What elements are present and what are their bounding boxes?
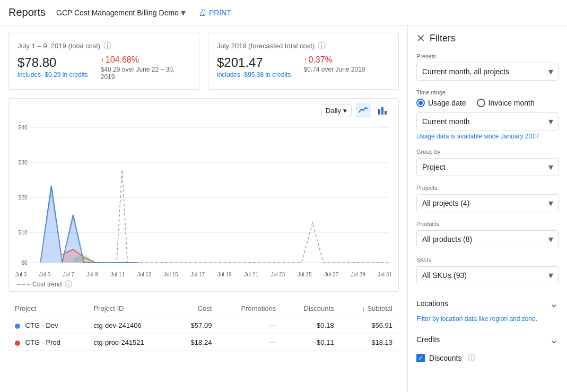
filter-presets: Presets Current month, all projects ▾ [416, 53, 559, 81]
svg-rect-2 [385, 111, 387, 115]
project-name: GCP Cost Management Billing Demo [56, 8, 179, 17]
time-range-radio-group: Usage date Invoice month [416, 99, 559, 107]
presets-wrapper: Current month, all projects ▾ [416, 63, 559, 81]
line-chart-button[interactable] [356, 103, 371, 118]
print-icon: 🖨 [198, 8, 207, 18]
daily-selector[interactable]: Daily ▾ [321, 104, 352, 117]
card2-change: ↑ 0.37% [303, 55, 365, 65]
svg-text:$20: $20 [19, 195, 28, 201]
project-dot-icon [15, 324, 20, 329]
radio-usage-date-circle [416, 99, 425, 107]
cell-project: CTG - Dev [8, 317, 87, 334]
locations-header[interactable]: Locations ⌄ [416, 293, 559, 314]
locations-hint: Filter by location data like region and … [416, 315, 559, 323]
presets-select[interactable]: Current month, all projects [416, 63, 559, 81]
credits-header[interactable]: Credits ⌄ [416, 329, 559, 350]
discounts-help-icon[interactable]: ⓘ [468, 353, 475, 363]
page-title: Reports [8, 6, 46, 19]
projects-wrapper: All projects (4) ▾ [416, 194, 559, 212]
col-discounts: Discounts [282, 300, 340, 317]
legend-label: Cost trend [32, 281, 62, 288]
filters-panel: ✕ Filters Presets Current month, all pro… [408, 25, 567, 392]
cell-promotions: — [218, 334, 282, 351]
card1-sub: includes -$0.29 in credits [18, 71, 88, 79]
filter-header: ✕ Filters [416, 32, 559, 45]
cell-project-id: ctg-prod-241521 [87, 334, 172, 351]
col-subtotal[interactable]: ↓ Subtotal [341, 300, 399, 317]
chart-controls: Daily ▾ [13, 103, 394, 118]
card2-primary: $201.47 includes -$95.38 in credits [217, 55, 291, 79]
cell-project: CTG - Prod [8, 334, 87, 351]
card1-secondary: ↑ 104.68% $40.29 over June 22 – 30, 2019 [101, 55, 186, 81]
card2-arrow-icon: ↑ [303, 56, 307, 64]
radio-invoice-month-circle [477, 99, 485, 107]
cell-cost: $57.09 [172, 317, 218, 334]
filter-locations: Locations ⌄ Filter by location data like… [416, 293, 559, 323]
cell-subtotal: $56.91 [341, 317, 399, 334]
col-cost: Cost [172, 300, 218, 317]
dash-line-icon [18, 284, 30, 285]
filter-title: Filters [430, 33, 456, 44]
card2-change-sub: $0.74 over June 2019 [303, 66, 365, 73]
card2-metrics: $201.47 includes -$95.38 in credits ↑ 0.… [217, 55, 390, 79]
card1-amount: $78.80 [18, 55, 88, 70]
col-project: Project [8, 300, 87, 317]
locations-chevron-icon: ⌄ [549, 297, 559, 310]
card1-metrics: $78.80 includes -$0.29 in credits ↑ 104.… [18, 55, 190, 81]
card2-title: July 2019 (forecasted total cost) ⓘ [217, 41, 390, 51]
group-by-wrapper: Project ▾ [416, 158, 559, 176]
bar-chart-button[interactable] [375, 103, 390, 118]
table-header-row: Project Project ID Cost Promotions Disco… [8, 300, 399, 317]
discounts-checkbox[interactable]: ✓ [416, 354, 425, 362]
project-dot-icon [15, 341, 20, 346]
group-by-select[interactable]: Project [416, 158, 559, 176]
summary-card-2: July 2019 (forecasted total cost) ⓘ $201… [208, 32, 399, 90]
col-promotions: Promotions [218, 300, 282, 317]
daily-chevron-icon: ▾ [343, 107, 347, 115]
cell-discounts: -$0.18 [282, 317, 340, 334]
x-axis-labels: Jul 3 Jul 5 Jul 7 Jul 9 Jul 11 Jul 13 Ju… [13, 272, 394, 277]
table-row: CTG - Dev ctg-dev-241406 $57.09 — -$0.18… [8, 317, 399, 334]
projects-select[interactable]: All projects (4) [416, 194, 559, 212]
summary-row: July 1 – 9, 2019 (total cost) ⓘ $78.80 i… [8, 32, 399, 90]
card1-arrow-icon: ↑ [101, 56, 104, 64]
presets-label: Presets [416, 53, 559, 59]
chart-container: $40 $30 $20 $10 $0 [13, 122, 394, 271]
card1-primary: $78.80 includes -$0.29 in credits [18, 55, 88, 79]
products-wrapper: All products (8) ▾ [416, 230, 559, 248]
legend-help-icon[interactable]: ⓘ [65, 280, 72, 289]
print-button[interactable]: 🖨 PRINT [198, 8, 231, 18]
locations-title: Locations [416, 299, 448, 308]
radio-invoice-month[interactable]: Invoice month [477, 99, 535, 107]
close-icon[interactable]: ✕ [416, 32, 425, 45]
month-select[interactable]: Current month [416, 112, 559, 130]
credits-chevron-icon: ⌄ [549, 333, 559, 346]
skus-select[interactable]: All SKUs (93) [416, 266, 559, 284]
table-row: CTG - Prod ctg-prod-241521 $18.24 — -$0.… [8, 334, 399, 351]
card1-help-icon[interactable]: ⓘ [103, 41, 111, 51]
main-layout: July 1 – 9, 2019 (total cost) ⓘ $78.80 i… [0, 25, 567, 392]
filter-projects: Projects All projects (4) ▾ [416, 185, 559, 212]
svg-text:$0: $0 [21, 260, 28, 266]
filter-credits: Credits ⌄ ✓ Discounts ⓘ [416, 329, 559, 363]
time-range-label: Time range [416, 89, 559, 95]
chart-area: Daily ▾ [8, 98, 399, 292]
chart-legend: Cost trend ⓘ [13, 280, 394, 289]
radio-usage-date[interactable]: Usage date [416, 99, 466, 107]
discounts-checkbox-wrapper[interactable]: ✓ [416, 354, 425, 362]
project-selector[interactable]: GCP Cost Management Billing Demo ▾ [56, 7, 186, 19]
svg-text:$40: $40 [19, 125, 28, 130]
filter-group-by: Group by Project ▾ [416, 149, 559, 176]
products-label: Products [416, 221, 559, 227]
card2-help-icon[interactable]: ⓘ [318, 41, 326, 51]
card1-change: ↑ 104.68% [101, 55, 186, 65]
cell-promotions: — [218, 317, 282, 334]
project-chevron-icon: ▾ [181, 7, 186, 19]
chart-svg: $40 $30 $20 $10 $0 [13, 122, 394, 271]
credits-title: Credits [416, 335, 440, 344]
skus-wrapper: All SKUs (93) ▾ [416, 266, 559, 284]
cell-project-id: ctg-dev-241406 [87, 317, 172, 334]
data-table: Project Project ID Cost Promotions Disco… [8, 300, 399, 351]
products-select[interactable]: All products (8) [416, 230, 559, 248]
col-project-id: Project ID [87, 300, 172, 317]
